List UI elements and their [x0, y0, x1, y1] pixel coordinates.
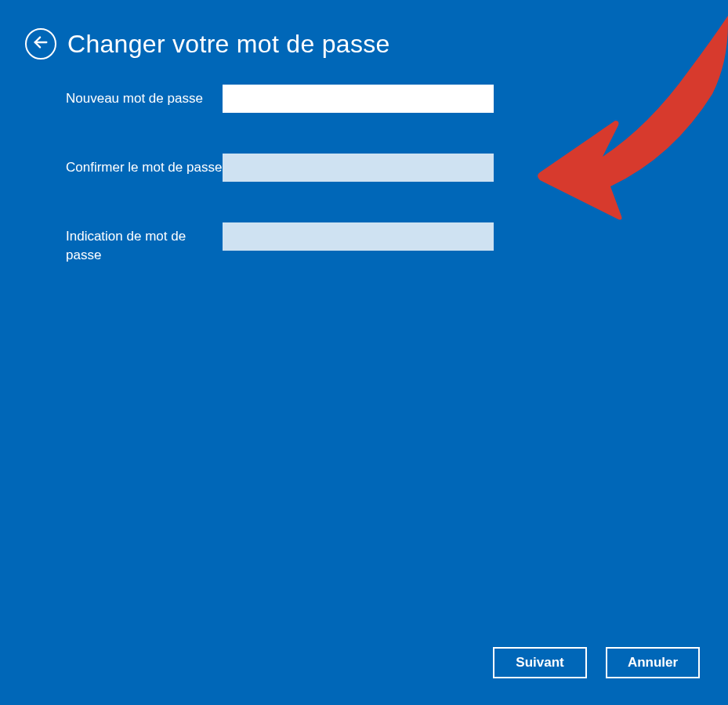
- new-password-label: Nouveau mot de passe: [66, 85, 223, 108]
- back-button[interactable]: [25, 28, 56, 60]
- confirm-password-input[interactable]: [223, 154, 494, 182]
- page-title: Changer votre mot de passe: [67, 30, 390, 59]
- arrow-left-icon: [32, 34, 49, 54]
- cancel-button[interactable]: Annuler: [606, 647, 700, 678]
- password-hint-input[interactable]: [223, 222, 494, 251]
- password-hint-label: Indication de mot de passe: [66, 222, 223, 265]
- confirm-password-label: Confirmer le mot de passe: [66, 154, 223, 177]
- new-password-input[interactable]: [223, 85, 494, 113]
- password-form: Nouveau mot de passe Confirmer le mot de…: [0, 60, 728, 265]
- next-button[interactable]: Suivant: [493, 647, 587, 678]
